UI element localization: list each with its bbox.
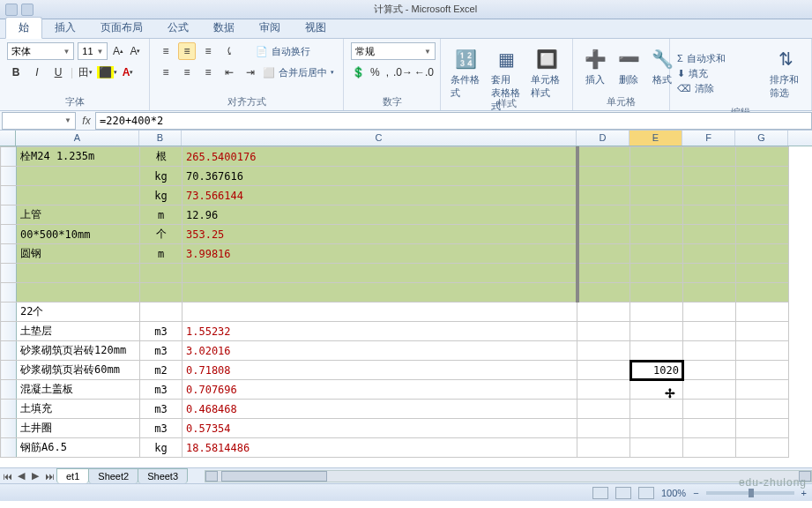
- zoom-in-icon[interactable]: +: [801, 488, 807, 498]
- row-header[interactable]: [1, 167, 17, 186]
- cell[interactable]: [630, 283, 683, 303]
- cell[interactable]: [683, 438, 736, 458]
- tab-review[interactable]: 审阅: [247, 18, 293, 38]
- cell[interactable]: [683, 264, 736, 283]
- fill-color-button[interactable]: ⬛▾: [98, 64, 115, 81]
- cell[interactable]: [736, 225, 789, 244]
- align-right-icon[interactable]: ≡: [199, 64, 217, 81]
- cell[interactable]: [683, 400, 736, 419]
- col-header[interactable]: E: [629, 131, 682, 146]
- col-header[interactable]: A: [16, 131, 139, 146]
- row-header[interactable]: [1, 264, 17, 283]
- cell[interactable]: [577, 361, 630, 380]
- cell[interactable]: [577, 225, 630, 244]
- row-header[interactable]: [1, 283, 17, 303]
- select-all-corner[interactable]: [0, 131, 16, 146]
- table-row[interactable]: 钢筋A6.5kg18.5814486: [1, 438, 789, 458]
- cell[interactable]: 个: [140, 225, 183, 244]
- cell[interactable]: 砂浆砌筑页岩砖60mm: [17, 361, 140, 380]
- cell[interactable]: kg: [140, 167, 183, 186]
- fx-button[interactable]: fx: [78, 115, 95, 127]
- cell[interactable]: [736, 167, 789, 186]
- cell[interactable]: [577, 303, 630, 322]
- cell[interactable]: [683, 283, 736, 303]
- cell[interactable]: 0.707696: [183, 380, 577, 400]
- tab-data[interactable]: 数据: [201, 18, 247, 38]
- page-break-view-icon[interactable]: [638, 487, 654, 499]
- cell[interactable]: 00*500*10mm: [17, 225, 140, 244]
- cell[interactable]: [630, 147, 683, 167]
- scroll-thumb[interactable]: [221, 471, 327, 482]
- cell[interactable]: [683, 147, 736, 167]
- cell[interactable]: [683, 225, 736, 244]
- fill-button[interactable]: ⬇ 填充: [677, 67, 726, 80]
- cell[interactable]: [736, 147, 789, 167]
- row-header[interactable]: [1, 244, 17, 264]
- col-header[interactable]: B: [139, 131, 182, 146]
- autosum-button[interactable]: Σ 自动求和: [677, 52, 726, 65]
- cell[interactable]: 上管: [17, 205, 140, 225]
- cell[interactable]: [736, 186, 789, 205]
- bold-button[interactable]: B: [7, 64, 25, 81]
- cell[interactable]: 12.96: [183, 205, 577, 225]
- cell[interactable]: [736, 205, 789, 225]
- cell[interactable]: [140, 283, 183, 303]
- cell[interactable]: [683, 167, 736, 186]
- sheet-nav-first-icon[interactable]: ⏮: [0, 471, 14, 482]
- border-button[interactable]: 田▾: [77, 64, 94, 81]
- cell[interactable]: 18.5814486: [183, 438, 577, 458]
- decrease-font-icon[interactable]: A▾: [129, 42, 142, 60]
- cell[interactable]: m: [140, 205, 183, 225]
- cell[interactable]: [17, 167, 140, 186]
- table-row[interactable]: 00*500*10mm个353.25: [1, 225, 789, 244]
- align-middle-icon[interactable]: ≡: [178, 42, 196, 60]
- cell[interactable]: [183, 303, 577, 322]
- tab-home[interactable]: 始: [5, 17, 42, 39]
- active-cell[interactable]: 1020: [630, 361, 683, 380]
- table-row[interactable]: kg73.566144: [1, 186, 789, 205]
- cell[interactable]: 混凝土盖板: [17, 380, 140, 400]
- cell[interactable]: 0.71808: [183, 361, 577, 380]
- row-header[interactable]: [1, 225, 17, 244]
- row-header[interactable]: [1, 205, 17, 225]
- cell[interactable]: [577, 400, 630, 419]
- cell[interactable]: 土井圈: [17, 419, 140, 438]
- cell[interactable]: [683, 419, 736, 438]
- cell[interactable]: [140, 303, 183, 322]
- cell[interactable]: [683, 186, 736, 205]
- cell[interactable]: [577, 380, 630, 400]
- qat-button[interactable]: [5, 4, 18, 16]
- table-row[interactable]: 22个: [1, 303, 789, 322]
- page-layout-view-icon[interactable]: [615, 487, 631, 499]
- cell[interactable]: [683, 303, 736, 322]
- row-header[interactable]: [1, 341, 17, 361]
- underline-button[interactable]: U: [49, 64, 67, 81]
- clear-button[interactable]: ⌫ 清除: [677, 82, 726, 95]
- cell[interactable]: [577, 244, 630, 264]
- cell[interactable]: [736, 244, 789, 264]
- align-center-icon[interactable]: ≡: [178, 64, 196, 81]
- sheet-nav-prev-icon[interactable]: ◀: [14, 470, 28, 482]
- sort-filter-button[interactable]: ⇅排序和筛选: [767, 42, 804, 104]
- row-header[interactable]: [1, 400, 17, 419]
- tab-insert[interactable]: 插入: [42, 18, 88, 38]
- font-family-combo[interactable]: 宋体▼: [7, 42, 74, 60]
- table-row[interactable]: 圆钢m3.99816: [1, 244, 789, 264]
- delete-cells-button[interactable]: ➖删除: [614, 42, 644, 91]
- spreadsheet-grid[interactable]: A B C D E F G 栓M24 1.235m根265.5400176kg7…: [0, 131, 812, 467]
- formula-input[interactable]: [95, 112, 812, 130]
- table-row[interactable]: 栓M24 1.235m根265.5400176: [1, 147, 789, 167]
- cell[interactable]: m3: [140, 341, 183, 361]
- cell[interactable]: 3.02016: [183, 341, 577, 361]
- row-header[interactable]: [1, 380, 17, 400]
- table-row[interactable]: kg70.367616: [1, 167, 789, 186]
- cell[interactable]: 353.25: [183, 225, 577, 244]
- increase-decimal-icon[interactable]: .0→: [394, 64, 412, 81]
- table-row[interactable]: 上管m12.96: [1, 205, 789, 225]
- cell[interactable]: [577, 438, 630, 458]
- zoom-level[interactable]: 100%: [661, 488, 686, 498]
- cell[interactable]: [577, 186, 630, 205]
- cell[interactable]: [736, 361, 789, 380]
- cell[interactable]: [736, 303, 789, 322]
- cell[interactable]: [577, 264, 630, 283]
